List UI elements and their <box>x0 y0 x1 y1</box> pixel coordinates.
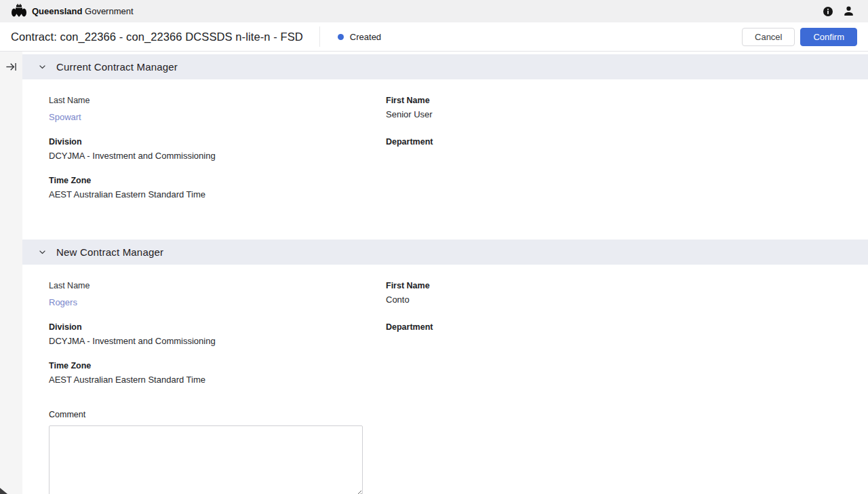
first-name-value: Conto <box>386 294 852 305</box>
time-zone-value: AEST Australian Eastern Standard Time <box>49 189 386 200</box>
status-badge: Created <box>338 32 381 42</box>
user-icon[interactable] <box>843 5 854 17</box>
contract-header: Contract: con_22366 - con_22366 DCSSDS n… <box>0 22 868 52</box>
first-name-value: Senior User <box>386 109 852 120</box>
department-value <box>386 335 852 347</box>
division-value: DCYJMA - Investment and Commissioning <box>49 150 386 162</box>
comment-block: Comment Characters available 2000 <box>49 410 364 494</box>
last-name-link[interactable]: Rogers <box>49 297 386 308</box>
confirm-button[interactable]: Confirm <box>800 28 857 46</box>
field-last-name: Last Name Rogers <box>49 280 386 308</box>
field-time-zone: Time Zone AEST Australian Eastern Standa… <box>49 360 386 385</box>
first-name-label: First Name <box>386 280 852 291</box>
side-rail <box>0 52 22 494</box>
department-value <box>386 150 852 162</box>
expand-panel-button[interactable] <box>4 59 19 74</box>
field-time-zone: Time Zone AEST Australian Eastern Standa… <box>49 175 386 200</box>
division-label: Division <box>49 322 386 332</box>
cancel-button[interactable]: Cancel <box>742 28 795 46</box>
info-icon[interactable] <box>823 6 833 17</box>
header-divider <box>319 26 320 47</box>
field-last-name: Last Name Spowart <box>49 95 386 123</box>
status-label: Created <box>350 32 381 42</box>
field-division: Division DCYJMA - Investment and Commiss… <box>49 136 386 162</box>
last-name-label: Last Name <box>49 95 386 106</box>
division-value: DCYJMA - Investment and Commissioning <box>49 335 386 347</box>
page-title: Contract: con_22366 - con_22366 DCSSDS n… <box>11 31 303 43</box>
section-title: Current Contract Manager <box>56 61 178 73</box>
field-first-name: First Name Senior User <box>386 95 852 123</box>
main-content: Current Contract Manager Last Name Spowa… <box>22 52 868 494</box>
department-label: Department <box>386 322 852 332</box>
chevron-down-icon <box>37 246 48 258</box>
field-division: Division DCYJMA - Investment and Commiss… <box>49 322 386 347</box>
queensland-government-logo[interactable]: Queensland Government <box>11 3 134 20</box>
logo-text-regular: Government <box>85 6 134 16</box>
new-manager-fields: Last Name Rogers First Name Conto Divisi… <box>22 265 868 494</box>
department-label: Department <box>386 136 852 147</box>
first-name-label: First Name <box>386 95 852 106</box>
topbar-actions <box>823 5 854 17</box>
time-zone-label: Time Zone <box>49 360 386 371</box>
section-header-new-contract-manager[interactable]: New Contract Manager <box>22 240 868 265</box>
status-dot-icon <box>338 34 344 40</box>
field-first-name: First Name Conto <box>386 280 852 308</box>
time-zone-label: Time Zone <box>49 175 386 186</box>
field-department: Department <box>386 136 852 162</box>
last-name-label: Last Name <box>49 280 386 291</box>
logo-text: Queensland Government <box>32 6 134 16</box>
bottom-left-corner-shape <box>0 488 7 494</box>
page-body: Current Contract Manager Last Name Spowa… <box>0 52 868 494</box>
logo-text-bold: Queensland <box>32 6 82 16</box>
section-title: New Contract Manager <box>56 246 163 258</box>
chevron-down-icon <box>37 61 48 73</box>
top-bar: Queensland Government <box>0 0 868 22</box>
last-name-link[interactable]: Spowart <box>49 111 386 123</box>
division-label: Division <box>49 136 386 147</box>
comment-label: Comment <box>49 410 364 419</box>
field-department: Department <box>386 322 852 347</box>
time-zone-value: AEST Australian Eastern Standard Time <box>49 374 386 385</box>
section-header-current-contract-manager[interactable]: Current Contract Manager <box>22 54 868 79</box>
arrow-to-bar-icon <box>5 60 18 73</box>
comment-textarea[interactable] <box>49 425 363 494</box>
current-manager-fields: Last Name Spowart First Name Senior User… <box>22 79 868 240</box>
coat-of-arms-icon <box>11 3 27 20</box>
